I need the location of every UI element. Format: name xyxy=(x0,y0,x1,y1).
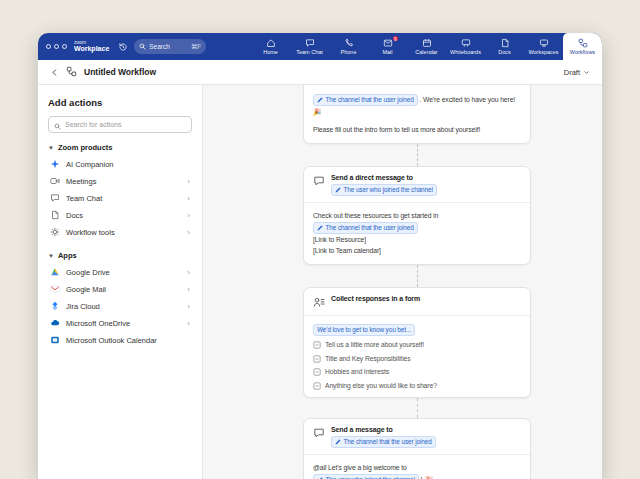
step-title: Send a message to xyxy=(331,426,393,433)
workflow-canvas[interactable]: The channel that the user joined . We're… xyxy=(203,85,602,479)
section-zoom-products[interactable]: ▼ Zoom products xyxy=(48,143,192,152)
nav-item-calendar[interactable]: Calendar xyxy=(407,33,446,60)
variable-chip[interactable]: The channel that the user joined xyxy=(331,436,436,448)
section-apps[interactable]: ▼ Apps xyxy=(48,251,192,260)
message-text: Check out these resources to get started… xyxy=(313,210,521,222)
variable-chip[interactable]: The channel that the user joined xyxy=(313,222,418,234)
chevron-right-icon: › xyxy=(187,195,190,203)
search-icon xyxy=(54,116,61,134)
sidebar-item-ai-companion[interactable]: AI Companion xyxy=(48,156,192,173)
search-input[interactable] xyxy=(65,121,186,128)
nav-label: Phone xyxy=(341,49,357,55)
sidebar-item-label: Google Drive xyxy=(66,268,110,277)
workflow-step-card-direct-message[interactable]: Send a direct message to The user who jo… xyxy=(303,166,531,266)
section-label: Apps xyxy=(58,251,77,260)
sidebar-item-google-drive[interactable]: Google Drive › xyxy=(48,264,192,281)
sidebar-item-label: AI Companion xyxy=(66,160,114,169)
sidebar-item-google-mail[interactable]: Google Mail › xyxy=(48,281,192,298)
workflows-icon xyxy=(578,38,588,48)
flow-connector xyxy=(417,144,418,166)
window-controls[interactable] xyxy=(46,44,67,49)
chat-bubble-icon xyxy=(313,427,325,448)
workflow-step-card-channel-message[interactable]: Send a message to The channel that the u… xyxy=(303,418,531,479)
chevron-down-icon: ▼ xyxy=(48,145,54,151)
main-area: Add actions ▼ Zoom products AI Companion… xyxy=(38,85,602,479)
message-text: @all Let's give a big welcome to xyxy=(313,462,521,474)
nav-item-workspaces[interactable]: Workspaces xyxy=(524,33,563,60)
whiteboard-icon xyxy=(461,38,471,48)
app-window: zoom Workplace Search ⌘F Home xyxy=(38,33,602,479)
nav-label: Team Chat xyxy=(296,49,323,55)
chat-bubble-icon xyxy=(313,175,325,196)
form-question-label: Tell us a little more about yourself! xyxy=(325,340,424,350)
sidebar-item-jira-cloud[interactable]: Jira Cloud › xyxy=(48,298,192,315)
form-field-icon xyxy=(313,355,321,363)
status-badge: Draft xyxy=(564,68,580,77)
workflow-step-card-message-intro[interactable]: The channel that the user joined . We're… xyxy=(303,85,531,144)
nav-item-workflows[interactable]: Workflows xyxy=(563,33,602,60)
nav-label: Home xyxy=(263,49,278,55)
sidebar-item-label: Google Mail xyxy=(66,285,106,294)
outlook-calendar-icon xyxy=(50,335,60,347)
nav-item-mail[interactable]: 9 Mail xyxy=(368,33,407,60)
form-question-item: Hobbies and Interests xyxy=(313,367,521,377)
variable-chip[interactable]: The channel that the user joined xyxy=(313,94,418,106)
nav-label: Whiteboards xyxy=(450,49,481,55)
search-placeholder-text: Search xyxy=(149,43,170,50)
page-title: Untitled Workflow xyxy=(84,67,156,77)
history-button[interactable] xyxy=(118,38,128,56)
back-button[interactable] xyxy=(50,68,59,77)
video-camera-icon xyxy=(50,176,60,188)
gmail-icon xyxy=(50,284,60,296)
nav-item-home[interactable]: Home xyxy=(251,33,290,60)
docs-icon xyxy=(500,38,510,48)
mail-unread-badge: 9 xyxy=(392,35,399,42)
form-question-label: Anything else you would like to share? xyxy=(325,381,437,391)
chevron-right-icon: › xyxy=(187,229,190,237)
window-zoom-button[interactable] xyxy=(62,44,67,49)
pencil-icon xyxy=(317,97,323,103)
search-shortcut: ⌘F xyxy=(191,43,201,51)
sidebar-item-team-chat[interactable]: Team Chat › xyxy=(48,190,192,207)
nav-item-whiteboards[interactable]: Whiteboards xyxy=(446,33,485,60)
ai-companion-icon xyxy=(50,159,60,171)
variable-chip[interactable]: The user who joined the channel xyxy=(331,184,437,196)
nav-item-docs[interactable]: Docs xyxy=(485,33,524,60)
global-search[interactable]: Search ⌘F xyxy=(134,39,206,54)
chip-label: The channel that the user joined xyxy=(326,223,414,233)
google-drive-icon xyxy=(50,267,60,279)
chevron-right-icon: › xyxy=(187,303,190,311)
nav-item-team-chat[interactable]: Team Chat xyxy=(290,33,329,60)
variable-chip[interactable]: The user who joined the channel xyxy=(313,474,419,479)
form-question-item: Title and Key Responsibilities xyxy=(313,354,521,364)
sidebar-item-microsoft-onedrive[interactable]: Microsoft OneDrive › xyxy=(48,315,192,332)
message-text: Please fill out the intro form to tell u… xyxy=(313,124,521,136)
top-navbar: zoom Workplace Search ⌘F Home xyxy=(38,33,602,60)
actions-search-field[interactable] xyxy=(48,116,192,133)
sidebar-item-docs[interactable]: Docs › xyxy=(48,207,192,224)
chip-label: The channel that the user joined xyxy=(344,437,432,447)
sidebar-item-microsoft-outlook-calendar[interactable]: Microsoft Outlook Calendar xyxy=(48,332,192,349)
form-question-item: Anything else you would like to share? xyxy=(313,381,521,391)
chevron-right-icon: › xyxy=(187,212,190,220)
search-icon xyxy=(139,43,146,51)
sidebar-item-label: Docs xyxy=(66,211,83,220)
window-minimize-button[interactable] xyxy=(54,44,59,49)
nav-item-phone[interactable]: Phone xyxy=(329,33,368,60)
chip-label: The user who joined the channel xyxy=(344,185,433,195)
workflow-header: Untitled Workflow Draft xyxy=(38,60,602,85)
sidebar-item-workflow-tools[interactable]: Workflow tools › xyxy=(48,224,192,241)
workflow-step-card-collect-form[interactable]: Collect responses in a form We'd love to… xyxy=(303,287,531,398)
draft-status-dropdown[interactable]: Draft xyxy=(564,68,590,77)
sidebar-item-label: Microsoft Outlook Calendar xyxy=(66,336,157,345)
chip-label: The user who joined the channel xyxy=(326,475,415,479)
sidebar-item-meetings[interactable]: Meetings › xyxy=(48,173,192,190)
window-close-button[interactable] xyxy=(46,44,51,49)
chevron-down-icon: ▼ xyxy=(48,253,54,259)
chevron-right-icon: › xyxy=(187,178,190,186)
form-link-chip[interactable]: We'd love to get to know you bet... xyxy=(313,324,415,336)
flow-connector xyxy=(417,265,418,287)
link-placeholder-text: [Link to Resource] xyxy=(313,234,521,246)
chevron-down-icon xyxy=(583,69,590,76)
history-icon xyxy=(118,38,128,56)
